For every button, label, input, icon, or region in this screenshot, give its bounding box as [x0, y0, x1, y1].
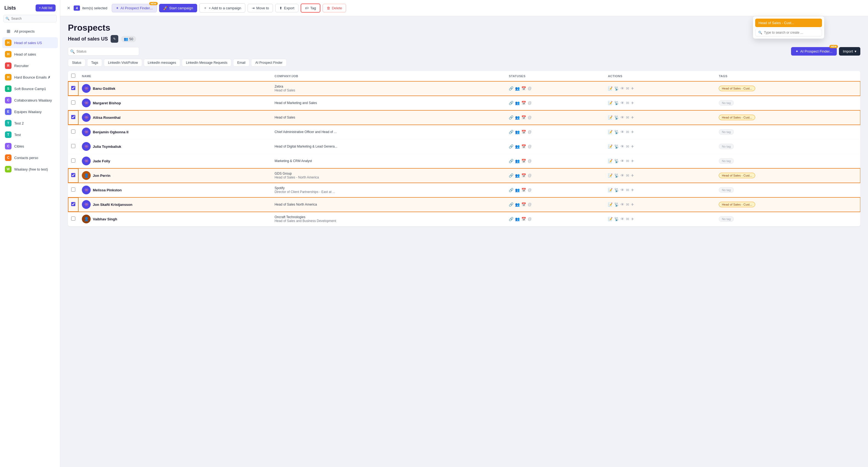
edit-list-button[interactable]: ✎ [111, 35, 118, 43]
link-icon[interactable]: 🔗 [509, 173, 514, 178]
ai-prospect-finder-button[interactable]: ✦ AI Prospect Finder... NEW [112, 4, 157, 12]
filter-tab-email[interactable]: Email [233, 59, 249, 66]
link-icon[interactable]: 🔗 [509, 202, 514, 207]
sidebar-item-recruiter[interactable]: R Recruiter [2, 60, 58, 71]
export-button[interactable]: ⬆ Export [275, 4, 299, 12]
calendar-icon[interactable]: 📅 [521, 202, 526, 207]
mail-icon[interactable]: ✉ [626, 202, 629, 207]
note-icon[interactable]: 📝 [608, 130, 613, 134]
sidebar-item-soft-bounce-camp1[interactable]: S Soft Bounce Camp1 [2, 83, 58, 94]
send-icon[interactable]: ✈ [631, 101, 634, 105]
note-icon[interactable]: 📝 [608, 202, 613, 207]
people-icon[interactable]: 👥 [515, 188, 520, 192]
email-icon[interactable]: @ [528, 173, 531, 178]
email-icon[interactable]: @ [528, 115, 531, 120]
view-icon[interactable]: 👁 [620, 101, 624, 105]
row-checkbox[interactable] [71, 100, 75, 104]
mail-icon[interactable]: ✉ [626, 101, 629, 105]
sidebar-item-contacts-perso[interactable]: C Contacts perso [2, 152, 58, 163]
close-button[interactable]: ✕ [66, 4, 71, 12]
email-icon[interactable]: @ [528, 86, 531, 91]
filter-tab-tags[interactable]: Tags [87, 59, 102, 66]
rss-icon[interactable]: 📡 [614, 188, 619, 192]
view-icon[interactable]: 👁 [620, 173, 624, 178]
calendar-icon[interactable]: 📅 [521, 188, 526, 192]
mail-icon[interactable]: ✉ [626, 86, 629, 91]
email-icon[interactable]: @ [528, 130, 531, 134]
view-icon[interactable]: 👁 [620, 130, 624, 134]
link-icon[interactable]: 🔗 [509, 115, 514, 120]
note-icon[interactable]: 📝 [608, 217, 613, 221]
sidebar-search-input[interactable] [3, 15, 57, 23]
people-icon[interactable]: 👥 [515, 202, 520, 207]
send-icon[interactable]: ✈ [631, 130, 634, 134]
people-icon[interactable]: 👥 [515, 159, 520, 163]
sidebar-item-test-2[interactable]: T Test 2 [2, 118, 58, 129]
prospects-search-input[interactable] [68, 47, 139, 56]
tag-option[interactable]: Head of Sales - Cust... [755, 19, 822, 27]
row-checkbox[interactable] [71, 86, 75, 90]
filter-tab-ai-prospect[interactable]: AI Prospect Finder [251, 59, 286, 66]
view-icon[interactable]: 👁 [620, 115, 624, 120]
email-icon[interactable]: @ [528, 144, 531, 149]
view-icon[interactable]: 👁 [620, 188, 624, 192]
people-icon[interactable]: 👥 [515, 115, 520, 120]
ai-finder-button[interactable]: ✦ AI Prospect Finder... NEW [791, 47, 837, 56]
send-icon[interactable]: ✈ [631, 159, 634, 163]
note-icon[interactable]: 📝 [608, 101, 613, 105]
mail-icon[interactable]: ✉ [626, 217, 629, 221]
import-button[interactable]: Import ▾ [839, 47, 860, 56]
sidebar-item-equipes-waalaxy[interactable]: E Equipes Waalaxy [2, 106, 58, 117]
send-icon[interactable]: ✈ [631, 202, 634, 207]
email-icon[interactable]: @ [528, 101, 531, 105]
people-icon[interactable]: 👥 [515, 101, 520, 105]
people-icon[interactable]: 👥 [515, 217, 520, 221]
link-icon[interactable]: 🔗 [509, 130, 514, 134]
calendar-icon[interactable]: 📅 [521, 173, 526, 178]
filter-tab-linkedin-visit[interactable]: LinkedIn Visit/Follow [104, 59, 142, 66]
link-icon[interactable]: 🔗 [509, 159, 514, 163]
mail-icon[interactable]: ✉ [626, 173, 629, 178]
people-icon[interactable]: 👥 [515, 144, 520, 149]
send-icon[interactable]: ✈ [631, 144, 634, 149]
note-icon[interactable]: 📝 [608, 173, 613, 178]
sidebar-item-cibles[interactable]: C Cibles [2, 141, 58, 152]
filter-tab-linkedin-requests[interactable]: LinkedIn Message Requests [182, 59, 231, 66]
filter-tab-linkedin-messages[interactable]: LinkedIn messages [144, 59, 180, 66]
mail-icon[interactable]: ✉ [626, 130, 629, 134]
calendar-icon[interactable]: 📅 [521, 86, 526, 91]
sidebar-item-head-of-sales-us[interactable]: H Head of sales US [2, 37, 58, 48]
link-icon[interactable]: 🔗 [509, 188, 514, 192]
calendar-icon[interactable]: 📅 [521, 144, 526, 149]
sidebar-item-test[interactable]: T Test [2, 129, 58, 140]
tag-button[interactable]: 🏷 Tag [301, 4, 320, 12]
link-icon[interactable]: 🔗 [509, 101, 514, 105]
send-icon[interactable]: ✈ [631, 188, 634, 192]
row-checkbox[interactable] [71, 188, 75, 192]
row-checkbox[interactable] [71, 158, 75, 163]
calendar-icon[interactable]: 📅 [521, 115, 526, 120]
rss-icon[interactable]: 📡 [614, 202, 619, 207]
email-icon[interactable]: @ [528, 159, 531, 163]
note-icon[interactable]: 📝 [608, 115, 613, 120]
note-icon[interactable]: 📝 [608, 159, 613, 163]
row-checkbox[interactable] [71, 144, 75, 148]
rss-icon[interactable]: 📡 [614, 115, 619, 120]
view-icon[interactable]: 👁 [620, 202, 624, 207]
view-icon[interactable]: 👁 [620, 86, 624, 91]
rss-icon[interactable]: 📡 [614, 86, 619, 91]
calendar-icon[interactable]: 📅 [521, 217, 526, 221]
add-list-button[interactable]: + Add list [36, 4, 56, 11]
tag-search-input[interactable] [764, 31, 819, 34]
email-icon[interactable]: @ [528, 202, 531, 207]
start-campaign-button[interactable]: 🚀 Start campaign [159, 4, 197, 12]
rss-icon[interactable]: 📡 [614, 173, 619, 178]
link-icon[interactable]: 🔗 [509, 86, 514, 91]
view-icon[interactable]: 👁 [620, 144, 624, 149]
calendar-icon[interactable]: 📅 [521, 130, 526, 134]
delete-button[interactable]: 🗑 Delete [322, 4, 346, 12]
people-icon[interactable]: 👥 [515, 173, 520, 178]
rss-icon[interactable]: 📡 [614, 101, 619, 105]
note-icon[interactable]: 📝 [608, 188, 613, 192]
send-icon[interactable]: ✈ [631, 217, 634, 221]
